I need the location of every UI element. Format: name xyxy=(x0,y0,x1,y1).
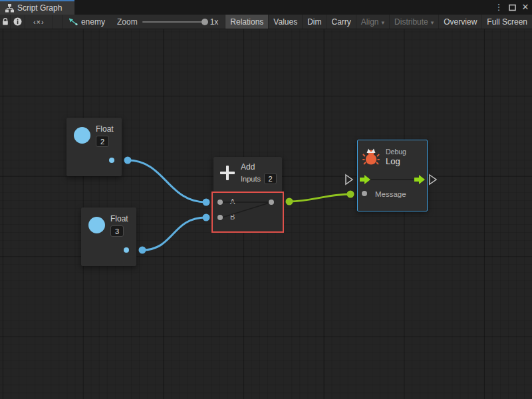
port-message-label: Message xyxy=(375,190,406,198)
code-view-button[interactable]: ‹×› xyxy=(25,15,53,29)
port-b-label: B xyxy=(230,213,235,221)
toolbar-spacer xyxy=(53,15,63,29)
graph-toolbar: ‹×› enemy Zoom 1x Relations Values Dim C… xyxy=(0,15,532,29)
kebab-menu-icon[interactable]: ⋮ xyxy=(493,1,504,13)
lock-icon xyxy=(1,17,9,26)
node-add[interactable]: Add Inputs 2 A B xyxy=(213,157,282,192)
relations-toggle-button[interactable]: Relations xyxy=(225,15,268,29)
inputs-count-input[interactable]: 2 xyxy=(264,173,277,184)
info-icon xyxy=(13,17,22,26)
close-icon[interactable]: ✕ xyxy=(520,1,531,13)
bug-icon xyxy=(362,148,380,166)
inputs-label: Inputs xyxy=(241,175,261,183)
zoom-slider-handle[interactable] xyxy=(201,19,208,25)
node-category: Debug xyxy=(386,148,406,156)
full-screen-button[interactable]: Full Screen xyxy=(481,15,532,29)
node-float-2[interactable]: Float 3 xyxy=(81,207,136,266)
float-value-input[interactable]: 3 xyxy=(110,225,124,237)
zoom-value: 1x xyxy=(210,17,219,27)
float-literal-icon xyxy=(74,127,90,144)
tab-script-graph[interactable]: Script Graph xyxy=(0,0,74,15)
float-literal-icon xyxy=(88,217,105,233)
maximize-icon[interactable] xyxy=(507,1,517,13)
code-icon: ‹×› xyxy=(33,18,45,26)
overview-button[interactable]: Overview xyxy=(438,15,481,29)
port-a-label: A xyxy=(230,198,235,205)
align-dropdown-button[interactable]: Align ▾ xyxy=(356,15,389,29)
graph-breadcrumb[interactable]: enemy xyxy=(63,15,110,29)
plus-icon xyxy=(219,165,235,181)
add-node-body-selected[interactable]: A B xyxy=(211,192,284,233)
graph-pointer-icon xyxy=(68,17,78,26)
lock-toggle-button[interactable] xyxy=(0,15,11,29)
node-float-1[interactable]: Float 2 xyxy=(66,118,122,176)
chevron-down-icon: ▾ xyxy=(382,19,385,26)
chevron-down-icon: ▾ xyxy=(431,19,434,26)
values-toggle-button[interactable]: Values xyxy=(268,15,302,29)
zoom-slider[interactable] xyxy=(142,21,205,23)
title-bar: Script Graph ⋮ ✕ xyxy=(0,0,532,15)
distribute-dropdown-button[interactable]: Distribute ▾ xyxy=(389,15,438,29)
add-node-header[interactable]: Add Inputs 2 xyxy=(213,157,282,192)
node-title: Add xyxy=(241,162,277,172)
node-title: Log xyxy=(386,156,406,166)
carry-toggle-button[interactable]: Carry xyxy=(327,15,356,29)
dim-toggle-button[interactable]: Dim xyxy=(302,15,326,29)
inspector-toggle-button[interactable] xyxy=(11,15,25,29)
script-graph-icon xyxy=(5,4,14,13)
node-title: Float xyxy=(96,124,114,134)
tab-label: Script Graph xyxy=(17,3,62,13)
graph-name: enemy xyxy=(81,17,105,27)
zoom-label: Zoom xyxy=(117,17,138,27)
node-debug-log[interactable]: Debug Log Message xyxy=(357,140,428,211)
float-value-input[interactable]: 2 xyxy=(96,136,109,147)
node-title: Float xyxy=(110,214,128,223)
